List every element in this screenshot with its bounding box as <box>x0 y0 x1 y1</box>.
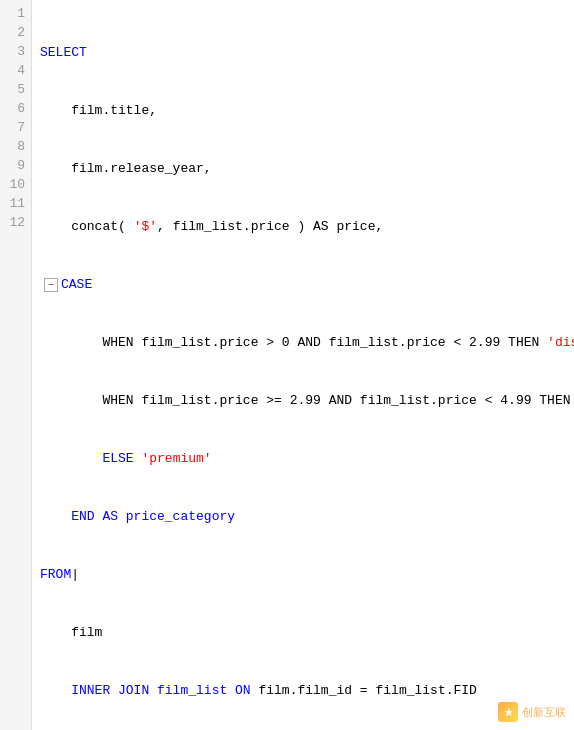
code-line-8: ELSE 'premium' <box>40 449 566 468</box>
code-line-4: concat( '$', film_list.price ) AS price, <box>40 217 566 236</box>
code-line-9: END AS price_category <box>40 507 566 526</box>
watermark-icon: ★ <box>498 702 518 722</box>
line-numbers: 1 2 3 4 5 6 7 8 9 10 11 12 <box>0 0 32 730</box>
watermark: ★ 创新互联 <box>498 702 566 722</box>
code-line-12: INNER JOIN film_list ON film.film_id = f… <box>40 681 566 700</box>
watermark-text: 创新互联 <box>522 705 566 720</box>
code-line-3: film.release_year, <box>40 159 566 178</box>
code-line-2: film.title, <box>40 101 566 120</box>
code-line-10: FROM| <box>40 565 566 584</box>
collapse-icon[interactable]: − <box>44 278 58 292</box>
code-line-1: SELECT <box>40 43 566 62</box>
code-editor: 1 2 3 4 5 6 7 8 9 10 11 12 SELECT film.t… <box>0 0 574 730</box>
code-content[interactable]: SELECT film.title, film.release_year, co… <box>32 0 574 730</box>
code-line-5: −CASE <box>40 275 566 294</box>
code-line-6: WHEN film_list.price > 0 AND film_list.p… <box>40 333 566 352</box>
main-container: 1 2 3 4 5 6 7 8 9 10 11 12 SELECT film.t… <box>0 0 574 730</box>
code-line-11: film <box>40 623 566 642</box>
code-line-7: WHEN film_list.price >= 2.99 AND film_li… <box>40 391 566 410</box>
